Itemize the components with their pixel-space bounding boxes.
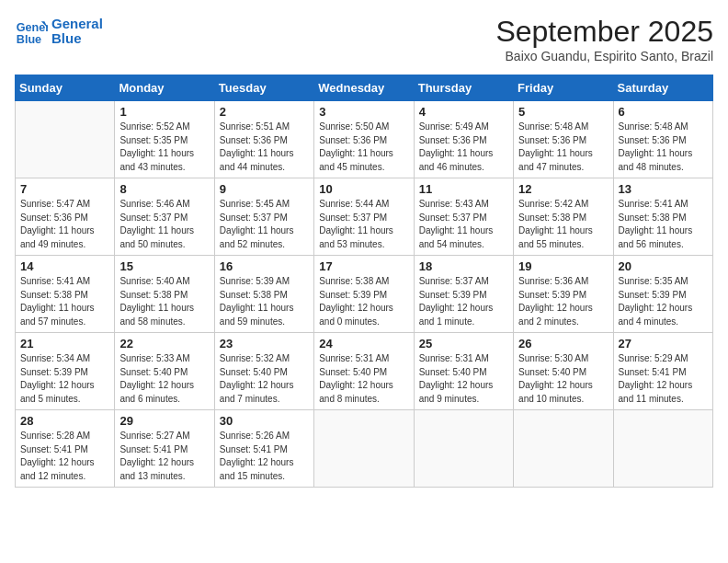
calendar-cell: 7Sunrise: 5:47 AMSunset: 5:36 PMDaylight… bbox=[16, 178, 115, 256]
weekday-header: Thursday bbox=[414, 75, 513, 101]
day-number: 21 bbox=[20, 337, 109, 350]
day-info: Sunrise: 5:39 AMSunset: 5:38 PMDaylight:… bbox=[220, 275, 309, 328]
day-info: Sunrise: 5:41 AMSunset: 5:38 PMDaylight:… bbox=[619, 198, 708, 251]
calendar-cell: 11Sunrise: 5:43 AMSunset: 5:37 PMDayligh… bbox=[414, 178, 513, 256]
day-number: 8 bbox=[119, 182, 209, 196]
calendar-cell: 15Sunrise: 5:40 AMSunset: 5:38 PMDayligh… bbox=[115, 256, 214, 333]
calendar-cell: 17Sunrise: 5:38 AMSunset: 5:39 PMDayligh… bbox=[314, 256, 414, 333]
day-number: 25 bbox=[419, 337, 508, 350]
day-number: 19 bbox=[518, 259, 608, 273]
logo-icon: General Blue bbox=[15, 15, 48, 48]
calendar-table: SundayMondayTuesdayWednesdayThursdayFrid… bbox=[15, 75, 713, 488]
day-number: 4 bbox=[419, 105, 508, 119]
calendar-cell bbox=[16, 101, 115, 178]
day-number: 10 bbox=[319, 182, 408, 196]
day-number: 18 bbox=[419, 259, 508, 273]
day-info: Sunrise: 5:42 AMSunset: 5:38 PMDaylight:… bbox=[518, 198, 608, 251]
calendar-cell: 16Sunrise: 5:39 AMSunset: 5:38 PMDayligh… bbox=[214, 256, 313, 333]
day-info: Sunrise: 5:36 AMSunset: 5:39 PMDaylight:… bbox=[518, 275, 608, 328]
calendar-cell: 14Sunrise: 5:41 AMSunset: 5:38 PMDayligh… bbox=[16, 256, 115, 333]
calendar-cell: 27Sunrise: 5:29 AMSunset: 5:41 PMDayligh… bbox=[613, 333, 712, 410]
calendar-week-row: 1Sunrise: 5:52 AMSunset: 5:35 PMDaylight… bbox=[16, 101, 713, 178]
calendar-cell: 10Sunrise: 5:44 AMSunset: 5:37 PMDayligh… bbox=[314, 178, 414, 256]
day-number: 5 bbox=[518, 105, 608, 119]
svg-text:Blue: Blue bbox=[17, 33, 41, 46]
day-number: 9 bbox=[220, 182, 309, 196]
logo: General Blue General Blue bbox=[15, 15, 103, 48]
day-info: Sunrise: 5:33 AMSunset: 5:40 PMDaylight:… bbox=[119, 352, 209, 406]
calendar-cell: 8Sunrise: 5:46 AMSunset: 5:37 PMDaylight… bbox=[115, 178, 214, 256]
day-number: 3 bbox=[319, 105, 408, 119]
day-info: Sunrise: 5:46 AMSunset: 5:37 PMDaylight:… bbox=[119, 198, 209, 251]
day-number: 20 bbox=[619, 259, 708, 273]
calendar-cell bbox=[314, 410, 414, 488]
day-number: 14 bbox=[20, 259, 109, 273]
calendar-cell: 30Sunrise: 5:26 AMSunset: 5:41 PMDayligh… bbox=[214, 410, 313, 488]
calendar-cell: 19Sunrise: 5:36 AMSunset: 5:39 PMDayligh… bbox=[514, 256, 613, 333]
calendar-week-row: 28Sunrise: 5:28 AMSunset: 5:41 PMDayligh… bbox=[16, 410, 713, 488]
calendar-cell: 18Sunrise: 5:37 AMSunset: 5:39 PMDayligh… bbox=[414, 256, 513, 333]
location: Baixo Guandu, Espirito Santo, Brazil bbox=[495, 49, 713, 63]
calendar-cell: 3Sunrise: 5:50 AMSunset: 5:36 PMDaylight… bbox=[314, 101, 414, 178]
day-info: Sunrise: 5:47 AMSunset: 5:36 PMDaylight:… bbox=[20, 198, 109, 251]
day-info: Sunrise: 5:26 AMSunset: 5:41 PMDaylight:… bbox=[220, 430, 309, 483]
day-info: Sunrise: 5:28 AMSunset: 5:41 PMDaylight:… bbox=[20, 430, 109, 483]
day-number: 24 bbox=[319, 337, 408, 350]
day-info: Sunrise: 5:40 AMSunset: 5:38 PMDaylight:… bbox=[119, 275, 209, 328]
day-info: Sunrise: 5:32 AMSunset: 5:40 PMDaylight:… bbox=[220, 352, 309, 406]
calendar-cell: 9Sunrise: 5:45 AMSunset: 5:37 PMDaylight… bbox=[214, 178, 313, 256]
calendar-cell: 29Sunrise: 5:27 AMSunset: 5:41 PMDayligh… bbox=[115, 410, 214, 488]
day-info: Sunrise: 5:35 AMSunset: 5:39 PMDaylight:… bbox=[619, 275, 708, 328]
weekday-header: Saturday bbox=[613, 75, 712, 101]
day-info: Sunrise: 5:51 AMSunset: 5:36 PMDaylight:… bbox=[220, 121, 309, 174]
calendar-cell: 25Sunrise: 5:31 AMSunset: 5:40 PMDayligh… bbox=[414, 333, 513, 410]
day-info: Sunrise: 5:31 AMSunset: 5:40 PMDaylight:… bbox=[419, 352, 508, 406]
day-number: 15 bbox=[119, 259, 209, 273]
day-number: 30 bbox=[220, 414, 309, 428]
day-number: 2 bbox=[220, 105, 309, 119]
calendar-cell: 6Sunrise: 5:48 AMSunset: 5:36 PMDaylight… bbox=[613, 101, 712, 178]
day-info: Sunrise: 5:43 AMSunset: 5:37 PMDaylight:… bbox=[419, 198, 508, 251]
calendar-cell: 1Sunrise: 5:52 AMSunset: 5:35 PMDaylight… bbox=[115, 101, 214, 178]
weekday-header: Friday bbox=[514, 75, 613, 101]
weekday-header-row: SundayMondayTuesdayWednesdayThursdayFrid… bbox=[16, 75, 713, 101]
day-info: Sunrise: 5:50 AMSunset: 5:36 PMDaylight:… bbox=[319, 121, 408, 174]
day-number: 13 bbox=[619, 182, 708, 196]
day-info: Sunrise: 5:37 AMSunset: 5:39 PMDaylight:… bbox=[419, 275, 508, 328]
calendar-cell: 26Sunrise: 5:30 AMSunset: 5:40 PMDayligh… bbox=[514, 333, 613, 410]
day-info: Sunrise: 5:48 AMSunset: 5:36 PMDaylight:… bbox=[619, 121, 708, 174]
calendar-cell: 24Sunrise: 5:31 AMSunset: 5:40 PMDayligh… bbox=[314, 333, 414, 410]
day-info: Sunrise: 5:29 AMSunset: 5:41 PMDaylight:… bbox=[619, 352, 708, 406]
day-number: 28 bbox=[20, 414, 109, 428]
calendar-cell: 20Sunrise: 5:35 AMSunset: 5:39 PMDayligh… bbox=[613, 256, 712, 333]
calendar-cell bbox=[514, 410, 613, 488]
weekday-header: Sunday bbox=[16, 75, 115, 101]
day-info: Sunrise: 5:44 AMSunset: 5:37 PMDaylight:… bbox=[319, 198, 408, 251]
day-number: 7 bbox=[20, 182, 109, 196]
calendar-cell: 22Sunrise: 5:33 AMSunset: 5:40 PMDayligh… bbox=[115, 333, 214, 410]
title-block: September 2025 Baixo Guandu, Espirito Sa… bbox=[495, 15, 713, 63]
calendar-cell: 5Sunrise: 5:48 AMSunset: 5:36 PMDaylight… bbox=[514, 101, 613, 178]
day-number: 26 bbox=[518, 337, 608, 350]
day-number: 12 bbox=[518, 182, 608, 196]
calendar-cell: 13Sunrise: 5:41 AMSunset: 5:38 PMDayligh… bbox=[613, 178, 712, 256]
calendar-week-row: 14Sunrise: 5:41 AMSunset: 5:38 PMDayligh… bbox=[16, 256, 713, 333]
month-title: September 2025 bbox=[495, 15, 713, 49]
logo-text-line1: General bbox=[51, 17, 103, 32]
day-number: 23 bbox=[220, 337, 309, 350]
logo-text-line2: Blue bbox=[51, 31, 103, 47]
day-number: 17 bbox=[319, 259, 408, 273]
calendar-cell: 28Sunrise: 5:28 AMSunset: 5:41 PMDayligh… bbox=[16, 410, 115, 488]
weekday-header: Monday bbox=[115, 75, 214, 101]
day-info: Sunrise: 5:48 AMSunset: 5:36 PMDaylight:… bbox=[518, 121, 608, 174]
day-info: Sunrise: 5:27 AMSunset: 5:41 PMDaylight:… bbox=[119, 430, 209, 483]
calendar-week-row: 21Sunrise: 5:34 AMSunset: 5:39 PMDayligh… bbox=[16, 333, 713, 410]
day-number: 11 bbox=[419, 182, 508, 196]
day-number: 29 bbox=[119, 414, 209, 428]
weekday-header: Wednesday bbox=[314, 75, 414, 101]
calendar-cell: 2Sunrise: 5:51 AMSunset: 5:36 PMDaylight… bbox=[214, 101, 313, 178]
calendar-cell bbox=[613, 410, 712, 488]
day-info: Sunrise: 5:31 AMSunset: 5:40 PMDaylight:… bbox=[319, 352, 408, 406]
day-info: Sunrise: 5:52 AMSunset: 5:35 PMDaylight:… bbox=[119, 121, 209, 174]
day-number: 22 bbox=[119, 337, 209, 350]
